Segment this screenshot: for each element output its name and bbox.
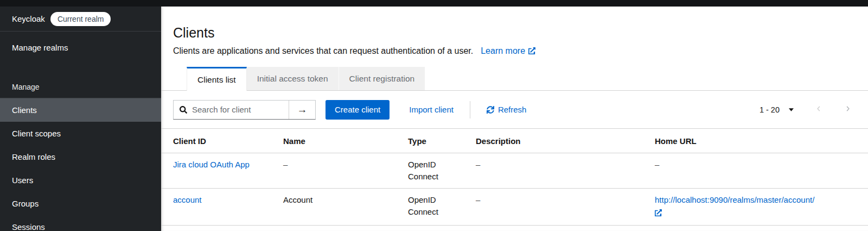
sidebar-nav: Clients Client scopes Realm roles Users … [0, 98, 161, 231]
tab-initial-access-token[interactable]: Initial access token [247, 67, 339, 90]
top-black-strip [0, 0, 868, 7]
search-icon [180, 106, 187, 114]
table-row [161, 226, 868, 231]
client-name-cell: – [283, 153, 408, 189]
page-title: Clients [173, 25, 855, 41]
external-link-icon [528, 47, 535, 57]
page-description: Clients are applications and services th… [173, 46, 855, 57]
client-home-url-cell: http://localhost:9090/realms/master/acco… [655, 189, 834, 226]
table-row: Jira cloud OAuth App – OpenID Connect – … [161, 153, 868, 189]
client-home-url-cell: – [655, 153, 834, 189]
pagination: 1 - 20 [760, 103, 854, 116]
external-link-icon [655, 208, 825, 220]
clients-tabs: Clients list Initial access token Client… [161, 67, 868, 91]
home-url-link[interactable]: http://localhost:9090/realms/master/acco… [655, 195, 825, 220]
create-client-button[interactable]: Create client [326, 100, 390, 120]
column-description: Description [476, 129, 655, 153]
kebab-menu-icon[interactable] [841, 194, 852, 203]
search-input[interactable] [192, 105, 289, 114]
sidebar-item-sessions[interactable]: Sessions [0, 215, 161, 231]
toolbar-divider [470, 101, 470, 118]
sidebar-item-users[interactable]: Users [0, 168, 161, 192]
caret-down-icon[interactable] [787, 106, 796, 114]
tab-clients-list[interactable]: Clients list [187, 67, 247, 91]
chevron-left-icon [815, 106, 822, 114]
main-content: Clients Clients are applications and ser… [161, 7, 868, 231]
kebab-menu-icon[interactable] [841, 159, 852, 167]
client-type-cell: OpenID Connect [408, 153, 476, 189]
learn-more-link[interactable]: Learn more [481, 46, 535, 55]
refresh-icon [487, 106, 494, 114]
chevron-right-icon [845, 106, 851, 114]
sidebar-item-clients[interactable]: Clients [0, 98, 161, 122]
sidebar-section-manage: Manage [0, 83, 161, 98]
keycloak-admin-console: Keycloak Current realm Manage realms Man… [0, 0, 868, 231]
client-id-link[interactable]: Jira cloud OAuth App [173, 160, 250, 169]
tab-client-registration[interactable]: Client registration [339, 67, 425, 90]
sidebar: Keycloak Current realm Manage realms Man… [0, 7, 161, 231]
pagination-range: 1 - 20 [760, 105, 780, 114]
client-type-cell: OpenID Connect [408, 189, 476, 226]
column-type: Type [408, 129, 476, 153]
sidebar-item-manage-realms[interactable]: Manage realms [0, 36, 161, 59]
column-home-url: Home URL [655, 129, 834, 153]
client-id-link[interactable]: account [173, 195, 202, 204]
clients-table: Client ID Name Type Description Home URL… [161, 129, 868, 231]
sidebar-item-client-scopes[interactable]: Client scopes [0, 122, 161, 145]
clients-toolbar: → Create client Import client Refresh 1 … [161, 91, 868, 129]
table-row: account Account OpenID Connect – http://… [161, 189, 868, 226]
search-group: → [173, 100, 316, 120]
import-client-link[interactable]: Import client [409, 105, 454, 114]
column-name: Name [283, 129, 408, 153]
keycloak-brand: Keycloak [12, 14, 45, 23]
refresh-button[interactable]: Refresh [487, 105, 527, 114]
client-name-cell: Account [283, 189, 408, 226]
table-header-row: Client ID Name Type Description Home URL [161, 129, 868, 153]
manage-realms-label: Manage realms [12, 43, 68, 52]
client-description-cell: – [476, 189, 655, 226]
sidebar-item-realm-roles[interactable]: Realm roles [0, 145, 161, 168]
client-description-cell: – [476, 153, 655, 189]
column-client-id: Client ID [161, 129, 283, 153]
page-header: Clients Clients are applications and ser… [161, 7, 868, 57]
sidebar-masthead: Keycloak Current realm [0, 7, 161, 32]
pagination-next-button[interactable] [841, 103, 854, 116]
sidebar-item-groups[interactable]: Groups [0, 192, 161, 215]
arrow-right-icon: → [297, 104, 308, 116]
pagination-prev-button[interactable] [812, 103, 825, 116]
search-submit-button[interactable]: → [289, 101, 315, 119]
column-actions [834, 129, 868, 153]
current-realm-badge[interactable]: Current realm [50, 12, 111, 26]
